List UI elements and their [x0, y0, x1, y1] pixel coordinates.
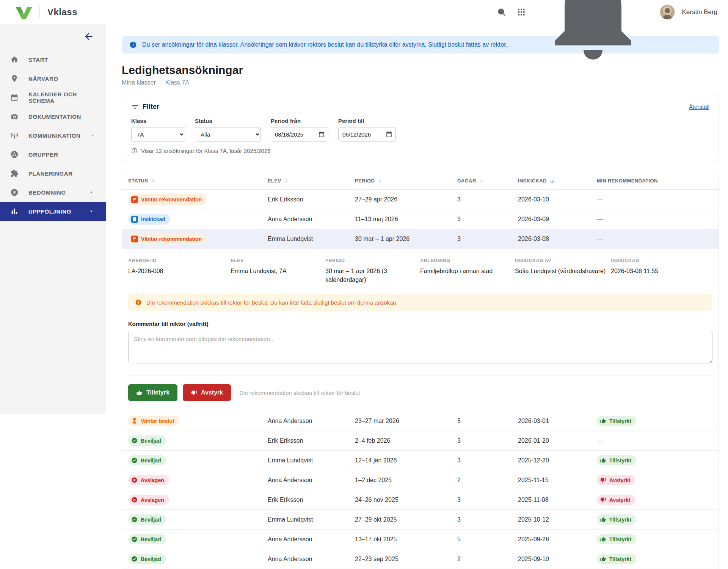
approve-button[interactable]: Tillstyrk [128, 384, 177, 401]
app-title: Vklass [47, 7, 77, 17]
class-select[interactable]: 7A [131, 127, 185, 141]
sort-icon [377, 178, 383, 184]
application-detail-panel: ÄRENDE-IDLA-2026-008ELEVEmma Lundqvist, … [122, 249, 719, 411]
column-header-status[interactable]: STATUS [128, 178, 268, 184]
student-name-cell: Anna Andersson [268, 477, 355, 484]
check-circle-icon [131, 536, 138, 542]
sidebar-item-grupper[interactable]: Grupper [0, 145, 106, 164]
status-badge-pending-rec: Väntar rekommendation [128, 234, 207, 244]
bar-chart-icon [10, 207, 19, 215]
sidebar-items: StartNärvaroKalender och schemaDokumenta… [0, 50, 106, 221]
period-cell: 27–29 okt 2025 [355, 516, 457, 523]
detail-field-value: 2026-03-08 11:55 [611, 267, 712, 275]
period-cell: 13–17 okt 2025 [355, 536, 457, 543]
recommendation-cell: Tillstyrkt [597, 534, 712, 544]
user-name: Kerstin Berg [682, 8, 717, 16]
application-row[interactable]: Väntar rekommendationEmma Lundqvist30 ma… [122, 229, 719, 249]
thumb-up-icon [600, 418, 606, 424]
column-header-elev[interactable]: ELEV [268, 178, 355, 184]
status-badge-pending-rec: Väntar rekommendation [128, 194, 207, 205]
reject-button[interactable]: Avstyrk [183, 384, 231, 401]
groups-icon [10, 150, 19, 159]
notifications-button[interactable]: 1 [536, 0, 650, 69]
flag-icon [131, 236, 138, 242]
detail-field-value: Emma Lundqvist, 7A [231, 267, 325, 275]
status-badge-approved: Beviljad [128, 435, 166, 446]
detail-field-inskickad: INSKICKAD2026-03-08 11:55 [611, 258, 712, 284]
status-select[interactable]: Alla [195, 127, 261, 141]
application-row[interactable]: Väntar beslutAnna Andersson23–27 mar 202… [122, 411, 719, 431]
home-icon [10, 55, 19, 64]
thumb-up-icon [600, 536, 606, 542]
recommendation-cell: Tillstyrkt [597, 416, 712, 426]
sidebar-item-label: Uppföljning [28, 208, 71, 215]
application-row[interactable]: BeviljadEmma Lundqvist12–14 jan 20263202… [122, 451, 719, 470]
status-badge-rejected: Avslagen [128, 475, 169, 485]
period-cell: 11–13 maj 2026 [355, 216, 457, 223]
submitted-date-cell: 2026-03-01 [518, 418, 597, 424]
column-header-dagar[interactable]: DAGAR [457, 178, 518, 184]
application-row[interactable]: Väntar rekommendationErik Eriksson27–29 … [122, 190, 719, 209]
recommendation-cell: Tillstyrkt [597, 554, 712, 564]
collapse-sidebar-button[interactable] [83, 31, 94, 42]
sidebar-item-start[interactable]: Start [0, 50, 106, 69]
recommendation-cell: — [597, 216, 712, 223]
column-header-inskickad[interactable]: INSKICKAD [518, 178, 597, 184]
column-header-period[interactable]: PERIOD [355, 178, 457, 184]
detail-field-inskickad-av: INSKICKAD AVSofia Lundqvist (vårdnadshav… [515, 258, 611, 284]
reset-filter-link[interactable]: Återställ [689, 104, 709, 110]
student-name-cell: Emma Lundqvist [268, 236, 355, 242]
x-circle-icon [131, 477, 138, 483]
sidebar-item-uppf-ljning[interactable]: Uppföljning [0, 202, 106, 221]
status-badge-rec-yes: Tillstyrkt [597, 455, 636, 465]
submitted-date-cell: 2026-03-09 [518, 216, 597, 223]
days-cell: 3 [457, 437, 518, 444]
logo-divider [39, 6, 40, 18]
avatar[interactable] [660, 5, 675, 20]
application-row[interactable]: BeviljadErik Eriksson2–4 feb 202632026-0… [122, 431, 719, 451]
sidebar-item-label: Närvaro [28, 75, 58, 82]
thumb-up-icon [600, 457, 606, 464]
application-row[interactable]: InskickadAnna Andersson11–13 maj 2026320… [122, 209, 719, 229]
status-badge-approved: Beviljad [128, 534, 166, 544]
application-row[interactable]: BeviljadAnna Andersson13–17 okt 20255202… [122, 530, 719, 549]
status-filter-label: Status [195, 118, 261, 124]
sort-desc-icon [549, 178, 555, 184]
x-circle-icon [131, 497, 138, 503]
chevron-down-icon [91, 132, 95, 139]
thumb-up-icon [600, 516, 606, 523]
period-cell: 12–14 jan 2026 [355, 457, 457, 464]
application-row[interactable]: BeviljadAnna Andersson22–23 sep 20252202… [122, 549, 719, 569]
sidebar-item-bed-mning[interactable]: Bedömning [0, 183, 106, 202]
comment-textarea[interactable] [128, 331, 712, 363]
calendar-icon[interactable] [386, 131, 392, 138]
thumb-down-icon [600, 497, 606, 503]
calendar-icon[interactable] [318, 131, 325, 138]
thumb-down-icon [600, 477, 606, 483]
actions-helper-text: Din rekommendation skickas till rektor f… [239, 390, 360, 396]
column-header-min-rekommendation: MIN REKOMMENDATION [597, 178, 712, 184]
chevron-down-icon [88, 208, 95, 215]
sidebar-item-kommunikation[interactable]: Kommunikation [0, 126, 106, 145]
sidebar-item-n-rvaro[interactable]: Närvaro [0, 69, 106, 88]
filter-icon [131, 103, 139, 111]
star-circle-icon [10, 188, 19, 196]
detail-field-label: PERIOD [325, 258, 420, 263]
sidebar-item-planeringar[interactable]: Planeringar [0, 164, 106, 183]
info-banner-text: Du ser ansökningar för dina klasser. Ans… [142, 41, 507, 48]
apps-grid-icon[interactable] [516, 7, 526, 17]
application-row[interactable]: AvslagenAnna Andersson1–2 dec 202522025-… [122, 470, 719, 490]
hourglass-icon [131, 418, 138, 424]
application-row[interactable]: BeviljadEmma Lundqvist27–29 okt 20253202… [122, 510, 719, 530]
search-icon[interactable] [497, 7, 507, 17]
detail-divider [128, 376, 712, 376]
sidebar-item-kalender-och-schema[interactable]: Kalender och schema [0, 88, 106, 107]
sidebar-item-dokumentation[interactable]: Dokumentation [0, 107, 106, 126]
application-row[interactable]: AvslagenErik Eriksson24–26 nov 202532025… [122, 490, 719, 510]
days-cell: 3 [457, 516, 518, 523]
puzzle-icon [10, 169, 19, 178]
calendar-icon [10, 93, 19, 102]
submitted-date-cell: 2025-11-08 [518, 497, 597, 503]
detail-field-label: ANLEDNING [420, 258, 515, 263]
detail-fields: ÄRENDE-IDLA-2026-008ELEVEmma Lundqvist, … [128, 258, 712, 284]
